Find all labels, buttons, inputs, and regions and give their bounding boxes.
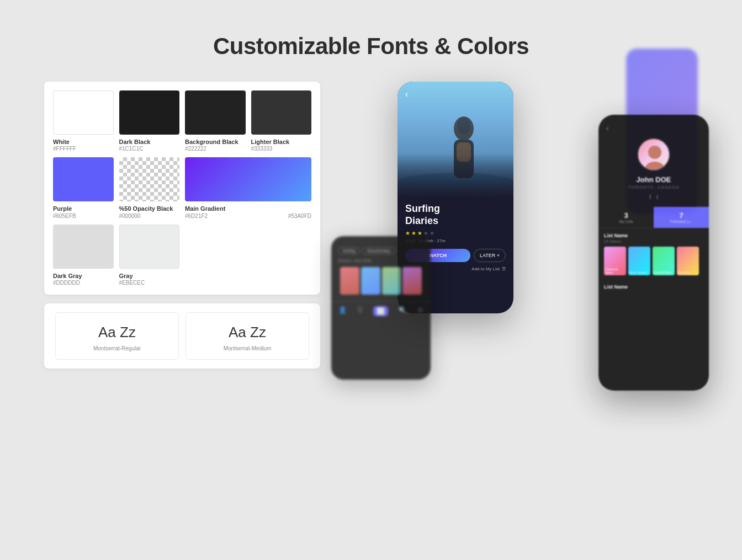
social-icons: f t [598,194,709,200]
star-1: ★ [405,230,410,236]
list-icon: ☰ [502,266,506,271]
star-rating: ★ ★ ★ ★ ★ [405,230,506,236]
nav-list-icon[interactable]: ☰ [357,306,363,316]
profile-avatar [637,138,670,171]
thumb-traditional-tattoo: Traditional Tattoo [604,247,626,275]
profile-back-icon[interactable]: ‹ [606,124,609,132]
color-hex-bg-black: #222222 [185,146,246,152]
color-hex-lighter-black: #333333 [251,146,312,152]
color-hex-main-gradient-1: #6D21F2 [185,213,208,219]
category-tags: Surfing Documentary [336,247,426,254]
back-arrow-icon[interactable]: ‹ [405,89,408,99]
director-line: Director: John DOE [336,259,426,263]
color-swatch-purple: Purple #605EFB [53,157,114,218]
phone-hero-image [398,82,513,198]
swatch-dark-gray [53,225,114,269]
nav-settings-icon[interactable]: ⚙ [417,306,423,316]
stat-num-lists: 3 [598,211,654,220]
color-swatch-white: White #FFFFFF [53,90,114,152]
small-thumb-3 [382,267,401,295]
color-swatch-dark-black: Dark Black #1C1C1C [119,90,180,152]
nav-home-icon[interactable]: ⬜ [373,306,388,316]
profile-avatar-wrap [598,138,709,171]
small-thumb-row [336,267,426,295]
font-preview-regular: Aa Zz [98,324,136,341]
list-section: List Name 23 Videos Traditional Tattoo M… [598,228,709,280]
small-thumb-2 [361,267,380,295]
thumb-row: Traditional Tattoo Music Festival Downhi… [604,247,703,275]
twitter-icon[interactable]: t [656,194,658,200]
color-hex-opacity-black: #000000 [119,213,180,219]
font-label-medium: Montserrat-Medium [224,345,272,351]
swatch-bg-black [185,90,246,135]
svg-point-1 [398,173,513,195]
later-button[interactable]: LATER + [474,249,506,262]
tag-documentary: Documentary [362,247,395,254]
nav-person-icon[interactable]: 👤 [338,306,347,316]
facebook-icon[interactable]: f [649,194,651,200]
font-panel: Aa Zz Montserrat-Regular Aa Zz Montserra… [44,303,320,369]
list-section-title: List Name [604,233,703,238]
stat-followed: 7 Followed Li... [654,207,709,228]
color-name-main-gradient: Main Gradient [185,205,225,212]
phone-categories: Surfing Documentary Director: John DOE [331,236,431,301]
thumb-music-festival: Music Festival [628,247,650,275]
small-thumb-4 [402,267,422,295]
color-name-purple: Purple [53,205,114,212]
swatch-purple [53,157,114,201]
small-thumb-1 [340,267,359,295]
color-hex-gray: #EBECEC [119,280,180,286]
color-panel: White #FFFFFF Dark Black #1C1C1C Backgro… [44,82,320,295]
left-panel: White #FFFFFF Dark Black #1C1C1C Backgro… [44,82,320,440]
color-name-lighter-black: Lighter Black [251,138,312,146]
font-preview-medium: Aa Zz [229,324,266,341]
thumb-label-1: Traditional Tattoo [605,268,625,274]
color-name-white: White [53,138,114,146]
swatch-white [53,90,114,135]
color-hex-dark-gray: #DDDDDD [53,280,114,286]
star-4: ★ [423,230,428,236]
list-section-2: List Name [598,280,709,295]
stats-row: 3 My Lists 7 Followed Li... [598,207,709,228]
stat-num-followed: 7 [654,211,709,220]
list-section-title-2: List Name [604,284,703,290]
svg-point-7 [645,162,665,171]
swatch-main-gradient [185,157,311,201]
stat-label-followed: Followed Li... [654,220,709,223]
nav-search-icon[interactable]: 🔍 [399,306,407,316]
font-label-regular: Montserrat-Regular [93,345,141,351]
color-hex-purple: #605EFB [53,213,114,219]
color-name-bg-black: Background Black [185,138,246,146]
color-swatch-main-gradient: Main Gradient #6D21F2 #53A0FD [185,157,311,218]
color-grid: White #FFFFFF Dark Black #1C1C1C Backgro… [53,90,311,286]
color-name-gray: Gray [119,272,180,280]
swatch-gray [119,225,180,269]
star-5: ★ [430,230,434,236]
thumb-label-3: Downhill Race [654,271,674,274]
add-list-text: Add to My List [471,266,500,271]
star-3: ★ [417,230,422,236]
thumb-label-2: Music Festival [629,271,649,274]
list-section-count: 23 Videos [604,239,703,243]
color-swatch-dark-gray: Dark Gray #DDDDDD [53,225,114,286]
color-swatch-bg-black: Background Black #222222 [185,90,246,152]
color-hex-dark-black: #1C1C1C [119,146,180,152]
profile-name: John DOE [598,175,709,184]
color-swatch-gray: Gray #EBECEC [119,225,180,286]
profile-location: TORONTO, CANADA [598,185,709,190]
color-hex-main-gradient-2: #53A0FD [288,213,311,219]
swatch-lighter-black [251,90,312,135]
font-card-medium: Aa Zz Montserrat-Medium [186,312,309,360]
color-name-dark-gray: Dark Gray [53,272,114,280]
svg-point-4 [457,118,470,134]
stat-label-lists: My Lists [598,220,654,223]
color-name-opacity-black: %50 Opacity Black [119,205,180,212]
thumb-downhill-race: Downhill Race [653,247,675,275]
svg-rect-5 [457,142,471,162]
star-2: ★ [411,230,416,236]
tag-surfing: Surfing [338,247,360,254]
font-card-regular: Aa Zz Montserrat-Regular [55,312,179,360]
thumb-surfing: Surfing D... [677,247,699,275]
stat-my-lists: 3 My Lists [598,207,654,228]
color-swatch-lighter-black: Lighter Black #333333 [251,90,312,152]
